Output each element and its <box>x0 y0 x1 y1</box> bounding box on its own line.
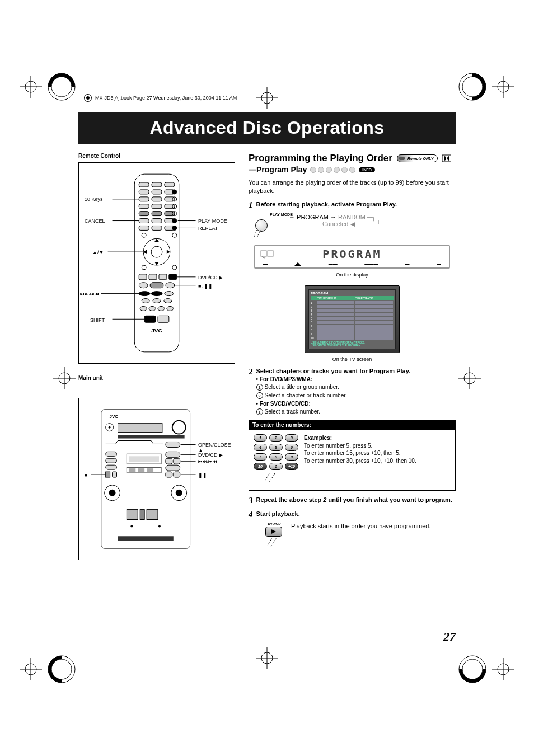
keypad-key-2: 2 <box>269 434 283 442</box>
svg-rect-68 <box>159 274 167 280</box>
step-number: 4 <box>249 510 253 519</box>
sub-heading: —Program Play <box>249 165 307 174</box>
color-density-circle <box>48 655 76 683</box>
label-shift: SHIFT <box>90 317 105 323</box>
keypad-key-10: 10 <box>254 463 267 470</box>
svg-text:JVC: JVC <box>110 414 119 419</box>
step4-desc: Playback starts in the order you have pr… <box>291 522 430 530</box>
section-heading: Programming the Playing Order <box>249 153 392 164</box>
keypad: 123456789100+10 <box>254 434 298 486</box>
svg-rect-49 <box>152 212 162 216</box>
svg-point-72 <box>166 283 175 288</box>
svg-rect-107 <box>113 472 117 477</box>
tv-screen: PROGRAM TITLE/GROUPCHAP/TRACK 1234567891… <box>305 285 400 354</box>
regmark-cross <box>20 658 42 680</box>
keypad-key-6: 6 <box>285 444 298 451</box>
meta-header: MX-JD5[A].book Page 27 Wednesday, June 3… <box>84 94 237 102</box>
flow-random: RANDOM <box>338 214 366 220</box>
svg-rect-37 <box>152 190 162 194</box>
example-2: To enter number 15, press +10, then 5. <box>304 449 416 457</box>
svg-rect-45 <box>152 204 162 209</box>
svg-rect-117 <box>166 465 180 471</box>
svg-point-73 <box>139 292 150 296</box>
regmark-cross <box>256 647 278 669</box>
svg-rect-104 <box>106 458 117 463</box>
display-caption: On the display <box>249 272 456 278</box>
keypad-key-+10: +10 <box>285 463 298 470</box>
step-number: 3 <box>249 496 253 505</box>
label-stop: ■ <box>85 472 87 478</box>
regmark-cross <box>20 76 42 98</box>
step-number: 2 <box>249 368 253 376</box>
color-density-circle <box>458 73 486 101</box>
display-panel: PROGRAM ▬◢◣▬▬▬▬▬▬▬ <box>254 245 450 269</box>
label-repeat: REPEAT <box>198 226 218 231</box>
svg-point-98 <box>109 426 111 429</box>
meta-text: MX-JD5[A].book Page 27 Wednesday, June 3… <box>95 95 237 101</box>
regmark-cross <box>492 658 514 680</box>
display-text: PROGRAM <box>255 246 449 261</box>
svg-point-79 <box>140 306 147 311</box>
svg-rect-83 <box>144 316 156 322</box>
program-icon <box>260 248 275 259</box>
color-density-circle <box>48 73 76 101</box>
svg-rect-41 <box>152 197 162 201</box>
svg-rect-34 <box>152 182 162 187</box>
dolby-icon <box>442 154 451 162</box>
svg-point-63 <box>151 246 162 257</box>
svg-point-80 <box>149 306 156 311</box>
svg-rect-35 <box>165 182 175 187</box>
label-playmode: PLAY MODE <box>198 218 227 224</box>
svg-point-70 <box>139 283 148 288</box>
playmode-diagram: PLAY MODE → PROGRAM → RANDOM ─┐ Canceled… <box>255 213 456 241</box>
keypad-key-7: 7 <box>254 453 267 461</box>
examples-title: Examples: <box>304 434 416 442</box>
color-density-circle <box>458 655 486 683</box>
press-lines-icon <box>265 537 282 548</box>
svg-rect-105 <box>106 465 117 469</box>
svg-rect-53 <box>152 219 162 223</box>
svg-rect-71 <box>150 283 163 288</box>
svg-point-31 <box>462 659 483 679</box>
svg-point-123 <box>176 490 182 496</box>
svg-rect-138 <box>268 251 273 256</box>
keypad-key-5: 5 <box>269 444 283 451</box>
svg-rect-129 <box>118 536 174 541</box>
svg-point-59 <box>172 226 177 230</box>
svg-rect-114 <box>166 452 180 457</box>
svg-point-75 <box>165 292 174 296</box>
svg-point-29 <box>51 659 72 679</box>
example-3: To enter number 30, press +10, +10, then… <box>304 457 416 465</box>
label-skip: ⏮⏭/⏭⏮ <box>198 459 217 464</box>
svg-rect-57 <box>152 226 162 230</box>
keypad-key-4: 4 <box>254 444 267 451</box>
svg-rect-52 <box>139 219 149 223</box>
label-openclose: OPEN/CLOSE ▲ <box>198 442 235 453</box>
disc-indicator-dots <box>310 167 355 173</box>
svg-point-128 <box>158 525 161 527</box>
play-icon <box>271 529 277 534</box>
regmark-cross <box>53 367 76 389</box>
svg-text:JVC: JVC <box>151 327 162 334</box>
svg-point-78 <box>164 299 172 303</box>
remote-icon <box>399 156 407 161</box>
keypad-key-3: 3 <box>285 434 298 442</box>
step-number: 1 <box>249 201 253 209</box>
svg-point-81 <box>158 306 165 311</box>
label-cancel: CANCEL <box>85 218 105 224</box>
flow-program: PROGRAM <box>297 214 329 220</box>
label-updown: ▲/▼ <box>92 250 104 255</box>
remote-control-diagram: JVC 1 <box>78 162 235 364</box>
svg-rect-100 <box>118 435 185 439</box>
svg-rect-103 <box>106 452 117 456</box>
svg-rect-33 <box>139 182 149 187</box>
svg-rect-40 <box>139 197 149 201</box>
playmode-button <box>255 219 268 232</box>
intro-text: You can arrange the playing order of the… <box>249 179 456 195</box>
label-dvdcd: DVD/CD ▶ <box>198 275 223 280</box>
label-stoppause: ■, ❚❚ <box>198 283 213 289</box>
svg-rect-106 <box>106 472 110 477</box>
keypad-key-1: 1 <box>254 434 267 442</box>
svg-rect-56 <box>139 226 149 230</box>
svg-rect-44 <box>139 204 149 209</box>
